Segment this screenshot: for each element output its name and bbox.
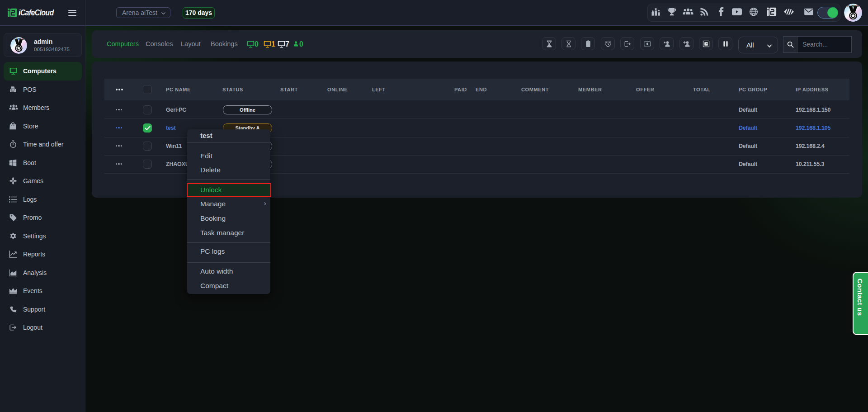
- svg-text:PLATINUM: PLATINUM: [847, 5, 859, 7]
- svg-text:PLATINUM: PLATINUM: [14, 38, 24, 40]
